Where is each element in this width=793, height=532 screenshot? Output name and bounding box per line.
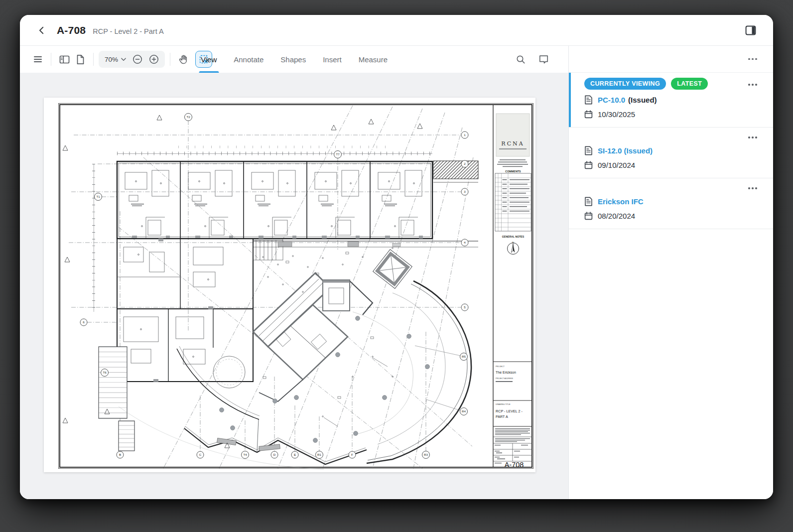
logo-text: RCNA: [501, 140, 524, 147]
grid-bubbles: 1 2 3 4 5 R5 R4 B C T4: [80, 114, 468, 459]
svg-text:5: 5: [464, 305, 466, 309]
svg-text:E: E: [294, 453, 296, 456]
version-more-button[interactable]: [747, 133, 758, 141]
page-subtitle: RCP - Level 2 - Part A: [93, 27, 163, 35]
versions-panel-header: [569, 46, 773, 73]
version-date: 10/30/2025: [598, 110, 635, 119]
drawing-title-label: DRAWING TITLE: [496, 403, 511, 405]
minus-circle-icon: [132, 54, 142, 64]
zoom-level-dropdown[interactable]: 70%: [104, 55, 127, 64]
plus-circle-icon: [149, 54, 159, 64]
toolbar-divider: [170, 53, 170, 66]
drawing-sheet[interactable]: 1 2 3 4 5 R5 R4 B C T4: [44, 98, 535, 472]
tab-measure[interactable]: Measure: [359, 46, 388, 73]
pan-tool-button[interactable]: [175, 51, 191, 68]
svg-text:R1: R1: [317, 453, 321, 456]
version-status: (Issued): [628, 96, 657, 104]
svg-text:C: C: [199, 453, 202, 456]
desktop-background: A-708 RCP - Level 2 - Part A: [0, 0, 793, 532]
panel-left-icon: [59, 55, 70, 64]
svg-text:T4: T4: [243, 453, 247, 456]
tab-annotate[interactable]: Annotate: [234, 46, 264, 73]
search-button[interactable]: [513, 51, 529, 68]
zoom-in-button[interactable]: [148, 53, 160, 65]
version-link[interactable]: SI-12.0 (Issued): [598, 146, 653, 155]
comments-title: COMMENTS: [505, 170, 521, 173]
page-button[interactable]: [72, 51, 88, 68]
svg-text:B: B: [119, 453, 121, 456]
app-window: A-708 RCP - Level 2 - Part A: [20, 15, 773, 499]
tab-view[interactable]: View: [201, 46, 217, 73]
header: A-708 RCP - Level 2 - Part A: [20, 15, 773, 46]
tab-insert[interactable]: Insert: [323, 46, 342, 73]
hand-icon: [178, 54, 189, 65]
thumbnails-button[interactable]: [56, 51, 72, 68]
zoom-level-value: 70%: [105, 56, 118, 63]
calendar-icon: [584, 161, 593, 169]
toolbar-divider: [51, 53, 51, 66]
svg-text:F: F: [351, 453, 353, 456]
svg-text:2: 2: [464, 162, 466, 165]
zoom-out-button[interactable]: [132, 53, 143, 65]
comments-button[interactable]: [535, 51, 551, 68]
svg-text:R4: R4: [462, 409, 466, 413]
panel-right-icon: [745, 25, 756, 35]
svg-text:T7: T7: [336, 152, 340, 156]
title-block: RCNA COMMENTS: [493, 114, 532, 469]
version-card[interactable]: SI-12.0 (Issued) 09/10/2024: [569, 128, 773, 178]
version-date: 08/20/2024: [598, 212, 635, 220]
document-icon: [584, 197, 593, 206]
svg-text:R5: R5: [462, 355, 466, 358]
calendar-icon: [584, 110, 593, 119]
drawing-title-line2: PART A: [496, 414, 508, 419]
page-icon: [76, 54, 85, 65]
latest-badge: LATEST: [671, 78, 708, 90]
svg-text:4: 4: [464, 241, 466, 244]
calendar-icon: [584, 212, 593, 220]
project-label: PROJECT: [496, 366, 505, 368]
svg-text:D: D: [273, 453, 276, 456]
svg-text:1: 1: [464, 133, 466, 136]
chevron-down-icon: [121, 58, 126, 61]
svg-text:6: 6: [83, 320, 85, 324]
tab-shapes[interactable]: Shapes: [280, 46, 306, 73]
svg-text:R3: R3: [424, 453, 428, 456]
svg-text:T6: T6: [103, 371, 107, 374]
viewer-toolbar: 70%: [20, 46, 568, 73]
panel-more-button[interactable]: [747, 55, 758, 63]
project-name: The Erickson: [496, 371, 516, 374]
svg-text:3: 3: [464, 190, 466, 193]
version-more-button[interactable]: [747, 81, 758, 89]
zoom-controls: 70%: [99, 51, 165, 68]
version-link[interactable]: PC-10.0: [598, 96, 625, 104]
search-icon: [516, 54, 526, 65]
comment-icon: [538, 54, 549, 64]
page-title: A-708: [57, 24, 86, 36]
svg-text:T1: T1: [96, 195, 100, 198]
general-notes-title: GENERAL NOTES: [502, 235, 525, 238]
version-card[interactable]: Erickson IFC 08/20/2024: [569, 178, 773, 229]
back-button[interactable]: [34, 22, 50, 38]
project-address-label: PROJECT ADDRESS: [496, 378, 513, 380]
version-link[interactable]: Erickson IFC: [598, 197, 644, 206]
sheet-number: A-708: [505, 461, 524, 469]
document-icon: [584, 146, 593, 155]
toolbar-divider: [93, 53, 94, 66]
mode-tabs: View Annotate Shapes Insert Measure: [201, 46, 388, 73]
drawing-canvas[interactable]: 1 2 3 4 5 R5 R4 B C T4: [20, 73, 568, 499]
viewer-main: 70%: [20, 46, 568, 499]
drawing-title-line1: RCP - LEVEL 2 -: [496, 409, 523, 413]
document-icon: [584, 95, 593, 105]
right-panel-toggle-button[interactable]: [742, 22, 759, 38]
hamburger-icon: [34, 56, 42, 63]
currently-viewing-badge: CURRENTLY VIEWING: [584, 78, 666, 90]
version-date: 09/10/2024: [598, 161, 635, 169]
svg-text:T2: T2: [186, 115, 190, 119]
north-label: N: [512, 242, 514, 244]
version-card[interactable]: CURRENTLY VIEWING LATEST PC-10.0 (Issued…: [569, 73, 773, 128]
floor-plan-drawing: 1 2 3 4 5 R5 R4 B C T4: [44, 98, 535, 472]
chevron-left-icon: [37, 26, 46, 35]
menu-button[interactable]: [30, 51, 46, 68]
version-more-button[interactable]: [747, 184, 758, 192]
versions-panel: CURRENTLY VIEWING LATEST PC-10.0 (Issued…: [568, 46, 773, 499]
